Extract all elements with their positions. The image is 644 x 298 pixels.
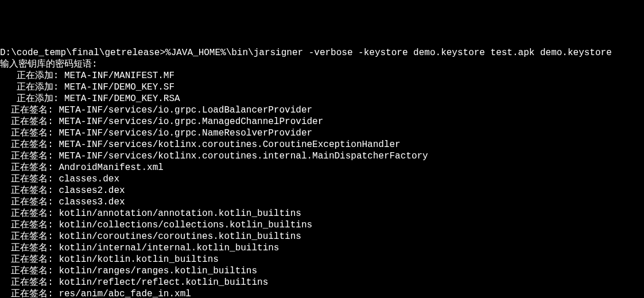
signing-line: 正在签名: kotlin/ranges/ranges.kotlin_builti… bbox=[0, 266, 257, 276]
signing-file: classes2.dex bbox=[59, 185, 125, 196]
signing-label: 正在签名: bbox=[0, 151, 59, 161]
signing-line: 正在签名: META-INF/services/kotlinx.coroutin… bbox=[0, 151, 428, 161]
signing-line: 正在签名: kotlin/coroutines/coroutines.kotli… bbox=[0, 231, 301, 242]
signing-file: classes.dex bbox=[59, 174, 119, 184]
adding-file: META-INF/DEMO_KEY.SF bbox=[64, 82, 174, 92]
signing-file: classes3.dex bbox=[59, 197, 125, 207]
signing-label: 正在签名: bbox=[0, 277, 59, 288]
signing-file: kotlin/coroutines/coroutines.kotlin_buil… bbox=[59, 231, 301, 242]
signing-line: 正在签名: classes.dex bbox=[0, 174, 119, 184]
signing-line: 正在签名: kotlin/internal/internal.kotlin_bu… bbox=[0, 243, 279, 253]
terminal-output[interactable]: D:\code_temp\final\getrelease>%JAVA_HOME… bbox=[0, 46, 644, 298]
signing-line: 正在签名: kotlin/kotlin.kotlin_builtins bbox=[0, 254, 219, 265]
signing-line: 正在签名: res/anim/abc_fade_in.xml bbox=[0, 289, 191, 298]
signing-label: 正在签名: bbox=[0, 289, 59, 298]
signing-label: 正在签名: bbox=[0, 117, 59, 127]
signing-file: META-INF/services/io.grpc.ManagedChannel… bbox=[59, 117, 323, 127]
signing-file: META-INF/services/io.grpc.LoadBalancerPr… bbox=[59, 105, 312, 115]
signing-line: 正在签名: kotlin/collections/collections.kot… bbox=[0, 220, 312, 230]
signing-file: META-INF/services/kotlinx.coroutines.Cor… bbox=[59, 140, 400, 150]
signing-label: 正在签名: bbox=[0, 243, 59, 253]
adding-file: META-INF/DEMO_KEY.RSA bbox=[64, 94, 180, 104]
signing-file: kotlin/ranges/ranges.kotlin_builtins bbox=[59, 266, 257, 276]
adding-label: 正在添加: bbox=[0, 71, 64, 81]
prompt-path: D:\code_temp\final\getrelease> bbox=[0, 48, 165, 58]
signing-label: 正在签名: bbox=[0, 197, 59, 207]
signing-label: 正在签名: bbox=[0, 231, 59, 242]
signing-file: kotlin/reflect/reflect.kotlin_builtins bbox=[59, 277, 268, 288]
signing-line: 正在签名: classes2.dex bbox=[0, 185, 125, 196]
signing-line: 正在签名: META-INF/services/io.grpc.NameReso… bbox=[0, 128, 312, 138]
signing-file: META-INF/services/kotlinx.coroutines.int… bbox=[59, 151, 428, 161]
signing-line: 正在签名: META-INF/services/kotlinx.coroutin… bbox=[0, 140, 401, 150]
signing-label: 正在签名: bbox=[0, 208, 59, 219]
signing-file: kotlin/internal/internal.kotlin_builtins bbox=[59, 243, 279, 253]
signing-label: 正在签名: bbox=[0, 185, 59, 196]
signing-line: 正在签名: META-INF/services/io.grpc.LoadBala… bbox=[0, 105, 312, 115]
signing-line: 正在签名: AndroidManifest.xml bbox=[0, 162, 164, 173]
command-line: D:\code_temp\final\getrelease>%JAVA_HOME… bbox=[0, 48, 612, 58]
adding-label: 正在添加: bbox=[0, 82, 64, 92]
signing-line: 正在签名: kotlin/annotation/annotation.kotli… bbox=[0, 208, 301, 219]
signing-line: 正在签名: META-INF/services/io.grpc.ManagedC… bbox=[0, 117, 323, 127]
signing-file: kotlin/collections/collections.kotlin_bu… bbox=[59, 220, 312, 230]
signing-line: 正在签名: kotlin/reflect/reflect.kotlin_buil… bbox=[0, 277, 268, 288]
adding-file: META-INF/MANIFEST.MF bbox=[64, 71, 174, 81]
signing-label: 正在签名: bbox=[0, 128, 59, 138]
adding-line: 正在添加: META-INF/MANIFEST.MF bbox=[0, 71, 174, 81]
signing-label: 正在签名: bbox=[0, 162, 59, 173]
signing-label: 正在签名: bbox=[0, 220, 59, 230]
signing-line: 正在签名: classes3.dex bbox=[0, 197, 125, 207]
signing-label: 正在签名: bbox=[0, 105, 59, 115]
signing-label: 正在签名: bbox=[0, 140, 59, 150]
signing-label: 正在签名: bbox=[0, 254, 59, 265]
signing-label: 正在签名: bbox=[0, 266, 59, 276]
signing-file: kotlin/annotation/annotation.kotlin_buil… bbox=[59, 208, 301, 219]
adding-label: 正在添加: bbox=[0, 94, 64, 104]
adding-line: 正在添加: META-INF/DEMO_KEY.RSA bbox=[0, 94, 180, 104]
prompt-command: %JAVA_HOME%\bin\jarsigner -verbose -keys… bbox=[165, 48, 612, 58]
signing-file: kotlin/kotlin.kotlin_builtins bbox=[59, 254, 218, 265]
adding-line: 正在添加: META-INF/DEMO_KEY.SF bbox=[0, 82, 174, 92]
signing-file: res/anim/abc_fade_in.xml bbox=[59, 289, 191, 298]
signing-file: META-INF/services/io.grpc.NameResolverPr… bbox=[59, 128, 312, 138]
signing-file: AndroidManifest.xml bbox=[59, 162, 163, 173]
signing-label: 正在签名: bbox=[0, 174, 59, 184]
passphrase-line: 输入密钥库的密码短语: bbox=[0, 59, 98, 69]
